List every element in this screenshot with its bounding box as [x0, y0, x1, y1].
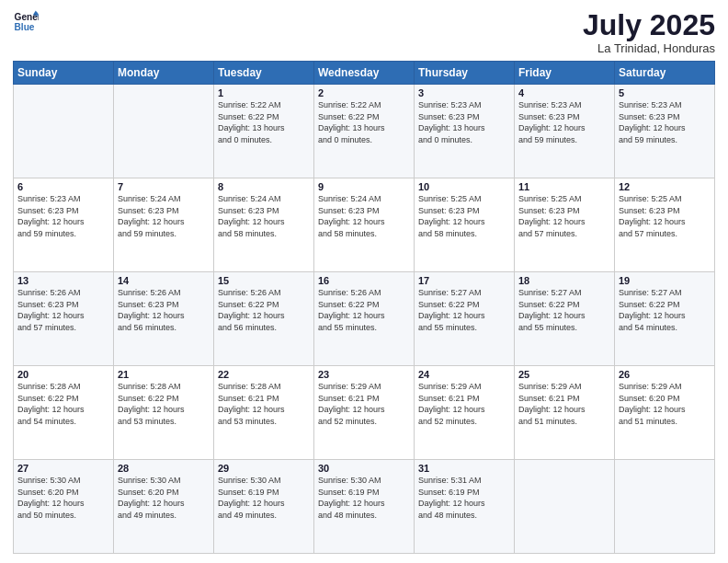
table-row: 29Sunrise: 5:30 AM Sunset: 6:19 PM Dayli… [214, 460, 314, 554]
table-row: 11Sunrise: 5:25 AM Sunset: 6:23 PM Dayli… [515, 178, 615, 272]
day-number: 9 [318, 181, 410, 192]
day-info: Sunrise: 5:30 AM Sunset: 6:20 PM Dayligh… [17, 475, 109, 521]
calendar-week-row: 1Sunrise: 5:22 AM Sunset: 6:22 PM Daylig… [14, 85, 715, 178]
day-info: Sunrise: 5:23 AM Sunset: 6:23 PM Dayligh… [17, 193, 109, 239]
title-block: July 2025 La Trinidad, Honduras [583, 9, 715, 55]
calendar-week-row: 27Sunrise: 5:30 AM Sunset: 6:20 PM Dayli… [14, 460, 715, 554]
day-info: Sunrise: 5:25 AM Sunset: 6:23 PM Dayligh… [418, 193, 510, 239]
day-info: Sunrise: 5:26 AM Sunset: 6:22 PM Dayligh… [318, 287, 410, 333]
table-row: 15Sunrise: 5:26 AM Sunset: 6:22 PM Dayli… [214, 272, 314, 366]
table-row: 13Sunrise: 5:26 AM Sunset: 6:23 PM Dayli… [14, 272, 114, 366]
table-row: 30Sunrise: 5:30 AM Sunset: 6:19 PM Dayli… [314, 460, 415, 554]
table-row: 20Sunrise: 5:28 AM Sunset: 6:22 PM Dayli… [14, 366, 114, 460]
day-info: Sunrise: 5:29 AM Sunset: 6:21 PM Dayligh… [418, 381, 510, 427]
table-row: 5Sunrise: 5:23 AM Sunset: 6:23 PM Daylig… [615, 85, 715, 178]
logo: General Blue [13, 9, 39, 35]
day-info: Sunrise: 5:23 AM Sunset: 6:23 PM Dayligh… [619, 99, 711, 145]
table-row [615, 460, 715, 554]
table-row [114, 85, 214, 178]
day-info: Sunrise: 5:29 AM Sunset: 6:21 PM Dayligh… [518, 381, 610, 427]
day-info: Sunrise: 5:28 AM Sunset: 6:21 PM Dayligh… [218, 381, 310, 427]
location: La Trinidad, Honduras [583, 41, 715, 55]
table-row: 8Sunrise: 5:24 AM Sunset: 6:23 PM Daylig… [214, 178, 314, 272]
day-number: 8 [218, 181, 310, 192]
table-row [515, 460, 615, 554]
table-row: 2Sunrise: 5:22 AM Sunset: 6:22 PM Daylig… [314, 85, 415, 178]
day-number: 12 [619, 181, 711, 192]
table-row: 25Sunrise: 5:29 AM Sunset: 6:21 PM Dayli… [515, 366, 615, 460]
day-number: 10 [418, 181, 510, 192]
day-number: 5 [619, 87, 711, 98]
day-number: 15 [218, 275, 310, 286]
table-row: 18Sunrise: 5:27 AM Sunset: 6:22 PM Dayli… [515, 272, 615, 366]
col-sunday: Sunday [14, 62, 114, 85]
table-row: 22Sunrise: 5:28 AM Sunset: 6:21 PM Dayli… [214, 366, 314, 460]
page: General Blue July 2025 La Trinidad, Hond… [0, 0, 728, 563]
day-number: 27 [17, 463, 109, 474]
calendar-week-row: 13Sunrise: 5:26 AM Sunset: 6:23 PM Dayli… [14, 272, 715, 366]
table-row: 14Sunrise: 5:26 AM Sunset: 6:23 PM Dayli… [114, 272, 214, 366]
calendar-header-row: Sunday Monday Tuesday Wednesday Thursday… [14, 62, 715, 85]
day-info: Sunrise: 5:24 AM Sunset: 6:23 PM Dayligh… [318, 193, 410, 239]
day-number: 29 [218, 463, 310, 474]
col-friday: Friday [515, 62, 615, 85]
day-number: 28 [118, 463, 210, 474]
day-info: Sunrise: 5:24 AM Sunset: 6:23 PM Dayligh… [218, 193, 310, 239]
day-number: 3 [418, 87, 510, 98]
day-info: Sunrise: 5:22 AM Sunset: 6:22 PM Dayligh… [318, 99, 410, 145]
col-tuesday: Tuesday [214, 62, 314, 85]
day-number: 11 [518, 181, 610, 192]
day-info: Sunrise: 5:30 AM Sunset: 6:19 PM Dayligh… [318, 475, 410, 521]
table-row: 16Sunrise: 5:26 AM Sunset: 6:22 PM Dayli… [314, 272, 415, 366]
table-row: 21Sunrise: 5:28 AM Sunset: 6:22 PM Dayli… [114, 366, 214, 460]
table-row: 19Sunrise: 5:27 AM Sunset: 6:22 PM Dayli… [615, 272, 715, 366]
table-row: 10Sunrise: 5:25 AM Sunset: 6:23 PM Dayli… [415, 178, 515, 272]
month-title: July 2025 [583, 9, 715, 41]
day-info: Sunrise: 5:28 AM Sunset: 6:22 PM Dayligh… [17, 381, 109, 427]
day-info: Sunrise: 5:25 AM Sunset: 6:23 PM Dayligh… [518, 193, 610, 239]
day-info: Sunrise: 5:25 AM Sunset: 6:23 PM Dayligh… [619, 193, 711, 239]
table-row: 28Sunrise: 5:30 AM Sunset: 6:20 PM Dayli… [114, 460, 214, 554]
day-number: 18 [518, 275, 610, 286]
calendar-week-row: 6Sunrise: 5:23 AM Sunset: 6:23 PM Daylig… [14, 178, 715, 272]
col-wednesday: Wednesday [314, 62, 415, 85]
table-row: 1Sunrise: 5:22 AM Sunset: 6:22 PM Daylig… [214, 85, 314, 178]
calendar-week-row: 20Sunrise: 5:28 AM Sunset: 6:22 PM Dayli… [14, 366, 715, 460]
day-info: Sunrise: 5:31 AM Sunset: 6:19 PM Dayligh… [418, 475, 510, 521]
day-number: 26 [619, 369, 711, 380]
day-number: 19 [619, 275, 711, 286]
day-info: Sunrise: 5:29 AM Sunset: 6:21 PM Dayligh… [318, 381, 410, 427]
day-number: 20 [17, 369, 109, 380]
table-row: 27Sunrise: 5:30 AM Sunset: 6:20 PM Dayli… [14, 460, 114, 554]
header: General Blue July 2025 La Trinidad, Hond… [13, 9, 715, 55]
day-number: 7 [118, 181, 210, 192]
day-info: Sunrise: 5:30 AM Sunset: 6:20 PM Dayligh… [118, 475, 210, 521]
table-row: 7Sunrise: 5:24 AM Sunset: 6:23 PM Daylig… [114, 178, 214, 272]
day-info: Sunrise: 5:26 AM Sunset: 6:23 PM Dayligh… [17, 287, 109, 333]
day-info: Sunrise: 5:28 AM Sunset: 6:22 PM Dayligh… [118, 381, 210, 427]
day-info: Sunrise: 5:26 AM Sunset: 6:23 PM Dayligh… [118, 287, 210, 333]
day-number: 30 [318, 463, 410, 474]
table-row: 3Sunrise: 5:23 AM Sunset: 6:23 PM Daylig… [415, 85, 515, 178]
table-row: 23Sunrise: 5:29 AM Sunset: 6:21 PM Dayli… [314, 366, 415, 460]
table-row: 17Sunrise: 5:27 AM Sunset: 6:22 PM Dayli… [415, 272, 515, 366]
day-number: 17 [418, 275, 510, 286]
day-number: 6 [17, 181, 109, 192]
col-saturday: Saturday [615, 62, 715, 85]
day-number: 2 [318, 87, 410, 98]
day-info: Sunrise: 5:27 AM Sunset: 6:22 PM Dayligh… [518, 287, 610, 333]
col-monday: Monday [114, 62, 214, 85]
table-row: 4Sunrise: 5:23 AM Sunset: 6:23 PM Daylig… [515, 85, 615, 178]
day-info: Sunrise: 5:24 AM Sunset: 6:23 PM Dayligh… [118, 193, 210, 239]
calendar-table: Sunday Monday Tuesday Wednesday Thursday… [13, 61, 715, 554]
day-info: Sunrise: 5:26 AM Sunset: 6:22 PM Dayligh… [218, 287, 310, 333]
day-number: 14 [118, 275, 210, 286]
day-info: Sunrise: 5:22 AM Sunset: 6:22 PM Dayligh… [218, 99, 310, 145]
day-number: 13 [17, 275, 109, 286]
day-number: 23 [318, 369, 410, 380]
col-thursday: Thursday [415, 62, 515, 85]
day-number: 21 [118, 369, 210, 380]
day-info: Sunrise: 5:23 AM Sunset: 6:23 PM Dayligh… [418, 99, 510, 145]
day-number: 22 [218, 369, 310, 380]
day-number: 24 [418, 369, 510, 380]
